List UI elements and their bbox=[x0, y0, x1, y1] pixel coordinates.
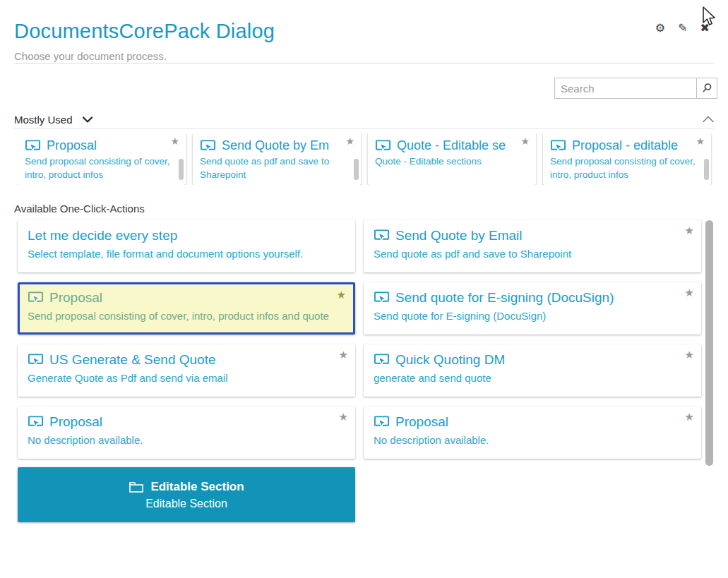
card-title: Proposal - editable bbox=[572, 138, 678, 153]
card-scrollbar-thumb[interactable] bbox=[354, 159, 359, 180]
search-input[interactable] bbox=[554, 78, 697, 99]
card-title: Proposal bbox=[49, 290, 102, 306]
favorite-star-icon[interactable]: ★ bbox=[345, 136, 354, 146]
card-title: Proposal bbox=[395, 414, 448, 430]
card-title: Send Quote by Em bbox=[222, 138, 329, 153]
page-subtitle: Choose your document process. bbox=[14, 50, 167, 62]
card-title-row: Proposal bbox=[374, 414, 691, 430]
favorite-star-icon[interactable]: ★ bbox=[685, 350, 694, 360]
one-click-action-icon bbox=[25, 139, 41, 153]
card-description: No description available. bbox=[28, 433, 345, 447]
action-card[interactable]: ProposalSend proposal consisting of cove… bbox=[18, 133, 186, 185]
editable-section-button[interactable]: Editable Section Editable Section bbox=[18, 467, 355, 522]
action-card[interactable]: Quick Quoting DMgenerate and send quote★ bbox=[364, 344, 701, 397]
page-title: DocumentsCorePack Dialog bbox=[14, 20, 275, 43]
settings-gear-icon[interactable]: ⚙ bbox=[655, 22, 665, 35]
card-description: Generate Quote as Pdf and send via email bbox=[28, 371, 345, 385]
one-click-action-icon bbox=[550, 139, 566, 153]
mostly-used-label: Mostly Used bbox=[14, 114, 73, 126]
editable-section-subtitle: Editable Section bbox=[145, 498, 227, 510]
card-description: Quote - Editable sections bbox=[375, 155, 529, 168]
card-description: Send quote as pdf and save to Sharepoint bbox=[374, 246, 691, 261]
folder-icon bbox=[129, 481, 144, 493]
card-title-row: Proposal bbox=[28, 414, 345, 430]
one-click-action-icon bbox=[374, 415, 390, 429]
card-description: generate and send quote bbox=[374, 371, 691, 385]
card-title: Quick Quoting DM bbox=[395, 352, 505, 368]
editable-section-title: Editable Section bbox=[150, 480, 244, 494]
action-card[interactable]: US Generate & Send QuoteGenerate Quote a… bbox=[18, 344, 355, 397]
card-title-row: Quick Quoting DM bbox=[374, 352, 691, 368]
card-title-row: Let me decide every step bbox=[28, 228, 345, 243]
favorite-star-icon[interactable]: ★ bbox=[170, 136, 179, 146]
search-button[interactable] bbox=[696, 78, 717, 99]
favorite-star-icon[interactable]: ★ bbox=[685, 226, 694, 236]
card-title: Proposal bbox=[49, 414, 102, 430]
card-description: Send proposal consisting of cover, intro… bbox=[25, 155, 179, 181]
card-title: Send quote for E-signing (DocuSign) bbox=[395, 290, 614, 306]
card-title-row: Proposal bbox=[28, 290, 345, 306]
action-card[interactable]: Proposal - editableSend proposal consist… bbox=[543, 133, 711, 185]
card-title-row: Quote - Editable se bbox=[375, 138, 529, 153]
card-title: US Generate & Send Quote bbox=[49, 352, 216, 368]
favorite-star-icon[interactable]: ★ bbox=[339, 350, 348, 360]
card-description: No description available. bbox=[374, 433, 691, 447]
favorite-star-icon[interactable]: ★ bbox=[520, 136, 530, 146]
favorite-star-icon[interactable]: ★ bbox=[685, 412, 694, 422]
card-description: Send quote as pdf and save to Sharepoint bbox=[200, 155, 354, 181]
card-title: Quote - Editable se bbox=[397, 138, 506, 153]
mostly-used-row: ProposalSend proposal consisting of cove… bbox=[18, 133, 716, 185]
card-title-row: US Generate & Send Quote bbox=[28, 352, 345, 368]
action-card[interactable]: ProposalNo description available.★ bbox=[18, 407, 355, 459]
favorite-star-icon[interactable]: ★ bbox=[685, 288, 694, 298]
card-description: Send quote for E-signing (DocuSign) bbox=[374, 308, 691, 323]
one-click-action-icon bbox=[28, 415, 44, 429]
action-card[interactable]: Send Quote by EmailSend quote as pdf and… bbox=[364, 220, 701, 272]
one-click-action-icon bbox=[374, 229, 390, 243]
card-title-row: Proposal bbox=[25, 138, 179, 153]
vertical-scrollbar[interactable] bbox=[705, 220, 713, 466]
topbar-icons: ⚙ ✎ ✖ bbox=[655, 22, 710, 35]
actions-section-label: Available One-Click-Actions bbox=[14, 203, 145, 215]
card-description: Send proposal consisting of cover, intro… bbox=[28, 308, 345, 323]
action-card[interactable]: Quote - Editable seQuote - Editable sect… bbox=[368, 133, 536, 185]
header-divider bbox=[14, 63, 714, 64]
card-description: Select template, file format and documen… bbox=[28, 246, 345, 261]
search-bar bbox=[554, 78, 717, 99]
one-click-action-icon bbox=[374, 353, 390, 367]
action-card[interactable]: Let me decide every stepSelect template,… bbox=[18, 220, 355, 272]
search-icon bbox=[701, 83, 712, 94]
actions-grid: Let me decide every stepSelect template,… bbox=[18, 220, 701, 459]
card-description: Send proposal consisting of cover, intro… bbox=[550, 155, 704, 181]
one-click-action-icon bbox=[375, 139, 391, 153]
one-click-action-icon bbox=[28, 353, 44, 367]
close-icon[interactable]: ✖ bbox=[700, 22, 710, 35]
favorite-star-icon[interactable]: ★ bbox=[696, 136, 705, 146]
one-click-action-icon bbox=[200, 139, 216, 153]
action-card[interactable]: ProposalSend proposal consisting of cove… bbox=[18, 282, 355, 335]
action-card[interactable]: ProposalNo description available.★ bbox=[364, 407, 701, 459]
card-title: Proposal bbox=[47, 138, 97, 153]
card-scrollbar-thumb[interactable] bbox=[179, 159, 184, 180]
card-title-row: Proposal - editable bbox=[550, 138, 704, 153]
scrollbar-thumb[interactable] bbox=[705, 220, 713, 466]
card-scrollbar-thumb[interactable] bbox=[704, 159, 709, 180]
chevron-down-icon[interactable] bbox=[83, 116, 93, 123]
one-click-action-icon bbox=[28, 291, 44, 305]
card-title-row: Send Quote by Em bbox=[200, 138, 354, 153]
mostly-used-header: Mostly Used bbox=[14, 110, 714, 129]
chevron-up-icon[interactable] bbox=[703, 116, 714, 123]
favorite-star-icon[interactable]: ★ bbox=[339, 412, 348, 422]
card-title-row: Send Quote by Email bbox=[374, 228, 691, 243]
edit-pencil-icon[interactable]: ✎ bbox=[678, 22, 687, 35]
action-card[interactable]: Send Quote by EmSend quote as pdf and sa… bbox=[193, 133, 361, 185]
one-click-action-icon bbox=[374, 291, 390, 305]
favorite-star-icon[interactable]: ★ bbox=[337, 290, 346, 300]
card-title: Let me decide every step bbox=[28, 228, 177, 243]
card-title: Send Quote by Email bbox=[395, 228, 523, 243]
action-card[interactable]: Send quote for E-signing (DocuSign)Send … bbox=[364, 282, 701, 335]
card-title-row: Send quote for E-signing (DocuSign) bbox=[374, 290, 691, 306]
